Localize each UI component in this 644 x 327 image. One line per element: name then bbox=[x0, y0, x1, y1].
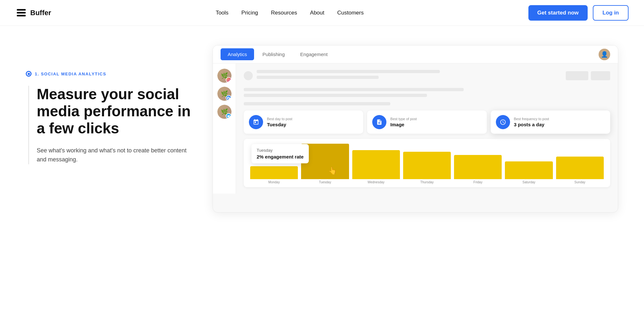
insight-day-value: Tuesday bbox=[267, 122, 292, 127]
user-avatar: 👤 bbox=[599, 49, 610, 60]
bar-col-wednesday: Wednesday bbox=[352, 150, 400, 184]
nav-about[interactable]: About bbox=[310, 10, 324, 16]
instagram-badge bbox=[226, 77, 232, 83]
buffer-logo-icon bbox=[15, 7, 27, 19]
navbar: Buffer Tools Pricing Resources About Cus… bbox=[0, 0, 644, 26]
bar-label-thursday: Thursday bbox=[420, 180, 434, 184]
insight-freq-text: Best frequency to post 3 posts a day bbox=[514, 117, 549, 127]
chart-tooltip: Tuesday 2% engagement rate bbox=[251, 144, 309, 163]
right-panel: Analytics Publishing Engagement 👤 🌿 bbox=[213, 45, 618, 213]
insight-card-type: Best type of post Image bbox=[367, 111, 487, 134]
left-border-content: Measure your social media performance in… bbox=[28, 86, 193, 164]
document-icon bbox=[376, 119, 383, 125]
bar-label-tuesday: Tuesday bbox=[319, 180, 331, 184]
get-started-button[interactable]: Get started now bbox=[528, 5, 588, 21]
skeleton-rows-2 bbox=[244, 102, 610, 105]
section-dot bbox=[26, 71, 32, 77]
main-subtext: See what's working and what's not to cre… bbox=[37, 146, 193, 165]
bar-thursday bbox=[403, 152, 451, 179]
nav-pricing[interactable]: Pricing bbox=[242, 10, 258, 16]
insight-day-text: Best day to post Tuesday bbox=[267, 117, 292, 127]
clock-icon bbox=[500, 119, 506, 125]
logo-link[interactable]: Buffer bbox=[15, 7, 51, 19]
bar-friday bbox=[454, 155, 502, 179]
insight-card-day: Best day to post Tuesday bbox=[244, 111, 363, 134]
clock-icon-bg bbox=[496, 115, 510, 129]
skeleton-header bbox=[244, 70, 610, 82]
bar-monday bbox=[250, 166, 298, 179]
main-heading: Measure your social media performance in… bbox=[37, 86, 193, 137]
insight-freq-label: Best frequency to post bbox=[514, 117, 549, 121]
mockup-sidebar: 🌿 🌿 bbox=[213, 63, 236, 194]
tab-analytics[interactable]: Analytics bbox=[221, 48, 254, 60]
insight-type-value: Image bbox=[390, 122, 417, 127]
insight-card-frequency: Best frequency to post 3 posts a day bbox=[491, 111, 610, 134]
sidebar-account-twitter[interactable]: 🌿 bbox=[217, 105, 232, 119]
mockup-content: Best day to post Tuesday Best type of po… bbox=[236, 63, 618, 194]
svg-rect-0 bbox=[17, 9, 26, 11]
bar-col-monday: Monday bbox=[250, 166, 298, 184]
bar-label-friday: Friday bbox=[473, 180, 482, 184]
twitter-badge bbox=[226, 113, 232, 119]
logo-text: Buffer bbox=[30, 9, 51, 17]
nav-actions: Get started now Log in bbox=[528, 5, 629, 21]
insight-freq-value: 3 posts a day bbox=[514, 122, 549, 127]
mockup-container: Analytics Publishing Engagement 👤 🌿 bbox=[213, 45, 618, 213]
facebook-badge bbox=[226, 95, 232, 101]
tooltip-rate: 2% engagement rate bbox=[257, 154, 304, 159]
section-label-row: 1. SOCIAL MEDIA ANALYTICS bbox=[26, 71, 193, 77]
bar-label-sunday: Sunday bbox=[574, 180, 585, 184]
chart-area: Tuesday 2% engagement rate MondayTuesday… bbox=[244, 139, 610, 187]
document-icon-bg bbox=[372, 115, 386, 129]
login-button[interactable]: Log in bbox=[593, 5, 629, 21]
insight-day-label: Best day to post bbox=[267, 117, 292, 121]
insight-type-text: Best type of post Image bbox=[390, 117, 417, 127]
nav-customers[interactable]: Customers bbox=[337, 10, 364, 16]
tooltip-day: Tuesday bbox=[257, 148, 304, 153]
nav-links: Tools Pricing Resources About Customers bbox=[216, 10, 364, 16]
insight-type-label: Best type of post bbox=[390, 117, 417, 121]
mockup-tabs: Analytics Publishing Engagement 👤 bbox=[213, 45, 618, 63]
nav-resources[interactable]: Resources bbox=[271, 10, 297, 16]
mockup-body: 🌿 🌿 bbox=[213, 63, 618, 194]
bar-saturday bbox=[505, 161, 553, 179]
bar-sunday bbox=[556, 157, 604, 179]
nav-tools[interactable]: Tools bbox=[216, 10, 229, 16]
svg-rect-2 bbox=[17, 15, 26, 16]
bar-wednesday bbox=[352, 150, 400, 179]
svg-rect-1 bbox=[17, 12, 26, 14]
tabs-left: Analytics Publishing Engagement bbox=[221, 48, 335, 60]
tab-publishing[interactable]: Publishing bbox=[255, 48, 292, 60]
insight-cards-row: Best day to post Tuesday Best type of po… bbox=[244, 111, 610, 134]
bar-label-wednesday: Wednesday bbox=[367, 180, 384, 184]
left-panel: 1. SOCIAL MEDIA ANALYTICS Measure your s… bbox=[26, 45, 193, 164]
bar-col-thursday: Thursday bbox=[403, 152, 451, 184]
bar-col-friday: Friday bbox=[454, 155, 502, 184]
sidebar-account-instagram[interactable]: 🌿 bbox=[217, 69, 232, 83]
sidebar-account-facebook[interactable]: 🌿 bbox=[217, 87, 232, 101]
bar-label-saturday: Saturday bbox=[523, 180, 535, 184]
bar-col-saturday: Saturday bbox=[505, 161, 553, 184]
calendar-icon bbox=[253, 119, 259, 125]
bar-label-monday: Monday bbox=[268, 180, 280, 184]
tab-engagement[interactable]: Engagement bbox=[293, 48, 335, 60]
calendar-icon-bg bbox=[249, 115, 263, 129]
section-label-text: 1. SOCIAL MEDIA ANALYTICS bbox=[35, 72, 106, 76]
main-section: 1. SOCIAL MEDIA ANALYTICS Measure your s… bbox=[0, 26, 644, 327]
bar-col-sunday: Sunday bbox=[556, 157, 604, 184]
skeleton-rows bbox=[244, 88, 610, 97]
